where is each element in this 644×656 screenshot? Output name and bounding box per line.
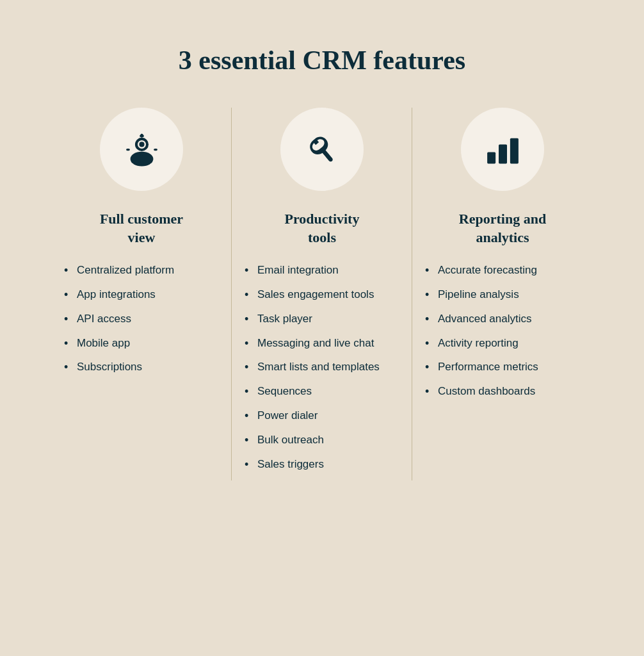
list-item: Subscriptions: [64, 359, 219, 375]
list-item: Task player: [245, 311, 399, 327]
person-icon: [121, 129, 163, 170]
svg-point-11: [139, 142, 144, 147]
person-icon-circle: [100, 108, 183, 191]
list-item: Mobile app: [64, 336, 219, 351]
chart-icon-circle: [461, 108, 544, 191]
list-item: Centralized platform: [64, 263, 219, 278]
list-item: Accurate forecasting: [425, 263, 580, 278]
svg-rect-4: [126, 148, 130, 150]
svg-rect-14: [510, 138, 518, 163]
list-item: App integrations: [64, 287, 219, 302]
list-item: Performance metrics: [425, 359, 580, 375]
list-item: Sequences: [245, 384, 399, 399]
svg-rect-12: [487, 152, 495, 163]
list-item: Sales engagement tools: [245, 287, 399, 302]
column-3-title: Reporting andanalytics: [459, 210, 546, 247]
list-item: Advanced analytics: [425, 311, 580, 327]
list-item: Custom dashboards: [425, 384, 580, 399]
chart-icon: [482, 129, 524, 170]
svg-rect-5: [154, 148, 157, 150]
columns-container: Full customerview Centralized platform A…: [51, 108, 593, 480]
column-productivity-tools: Productivitytools Email integration Sale…: [232, 108, 412, 480]
wrench-icon: [302, 129, 343, 170]
svg-rect-13: [499, 144, 507, 163]
list-item: Pipeline analysis: [425, 287, 580, 302]
list-item: Bulk outreach: [245, 432, 399, 448]
wrench-icon-circle: [280, 108, 364, 191]
column-2-list: Email integration Sales engagement tools…: [245, 263, 399, 480]
list-item: Email integration: [245, 263, 399, 278]
list-item: Activity reporting: [425, 336, 580, 351]
column-reporting-analytics: Reporting andanalytics Accurate forecast…: [412, 108, 593, 480]
list-item: Smart lists and templates: [245, 359, 399, 375]
column-2-title: Productivitytools: [285, 210, 360, 247]
list-item: Messaging and live chat: [245, 336, 399, 351]
main-container: 3 essential CRM features: [13, 13, 631, 656]
column-full-customer-view: Full customerview Centralized platform A…: [51, 108, 232, 480]
svg-rect-3: [140, 152, 142, 156]
column-1-title: Full customerview: [100, 210, 183, 247]
list-item: Sales triggers: [245, 457, 399, 472]
column-1-list: Centralized platform App integrations AP…: [64, 263, 219, 384]
list-item: API access: [64, 311, 219, 327]
column-3-list: Accurate forecasting Pipeline analysis A…: [425, 263, 580, 408]
page-title: 3 essential CRM features: [179, 45, 465, 76]
list-item: Power dialer: [245, 408, 399, 423]
